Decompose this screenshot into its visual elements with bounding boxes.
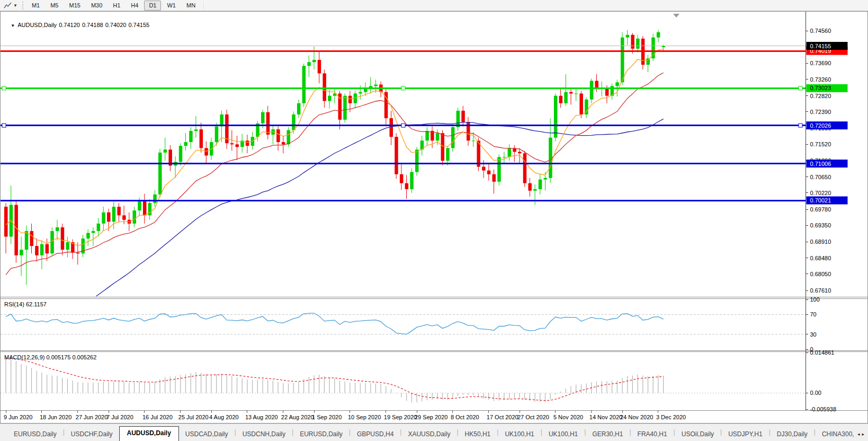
date-tick-label: 4 Aug 2020 [209,414,239,420]
price-tick-label: 0.71520 [810,141,831,147]
candle [348,96,352,103]
candle [359,92,362,94]
date-tick-label: 27 Jun 2020 [76,414,108,420]
candle [415,149,419,172]
open-value: 0.74120 [59,22,80,28]
candle [569,92,573,94]
candle [117,207,121,215]
price-tick-label: 0.73690 [810,60,831,66]
price-tick-label: 0.00 [810,390,821,396]
chart-tab-usdjpy-14[interactable]: USDJPY,H1 [722,428,768,441]
period-button-mn[interactable]: MN [182,1,200,11]
hline-handle[interactable] [2,124,6,127]
period-button-h1[interactable]: H1 [108,1,125,11]
candle [579,93,583,114]
candle [549,138,552,178]
candle [343,96,347,120]
date-tick-label: 19 Sep 2020 [384,414,417,420]
chart-tab-fra40-12[interactable]: FRA40,H1 [631,428,674,441]
chart-type-icon[interactable]: ▼ [2,2,19,10]
chart-tab-bar: EURUSD,Daily|USDCHF,DailyAUDUSD,DailyUSD… [0,424,868,441]
low-value: 0.74020 [105,22,127,28]
chart-tab-usdcnh-4[interactable]: USDCNH,Daily [236,428,292,441]
chart-tab-gbpusd-6[interactable]: GBPUSD,H4 [351,428,400,441]
chart-menu-caret-icon[interactable]: ▼ [11,23,15,28]
candle [621,38,624,83]
candle [523,153,527,183]
hline-handle[interactable] [799,86,802,90]
candle [318,60,321,73]
candle [246,140,249,146]
date-tick-label: 3 Dec 2020 [656,414,686,420]
candle [503,157,506,157]
chart-tab-xauusd-7[interactable]: XAUUSD,Daily [401,428,457,441]
chart-tab-uk100-9[interactable]: UK100,H1 [498,428,540,441]
candle [35,246,39,255]
candle [631,35,634,49]
chart-tab-audusd-2[interactable]: AUDUSD,Daily [119,426,179,441]
period-button-h4[interactable]: H4 [126,1,143,11]
chart-tab-eurusd-5[interactable]: EURUSD,Daily [293,428,349,441]
toolbar-grip[interactable] [22,2,23,10]
chart-tab-uk100-10[interactable]: UK100,H1 [542,428,584,441]
chart-tab-eurusd-0[interactable]: EURUSD,Daily [7,428,63,441]
hline-handle[interactable] [401,86,405,90]
price-tick-label: 0.68910 [810,239,831,245]
candle [446,148,450,161]
period-button-m5[interactable]: M5 [46,1,63,11]
chart-tab-usdcad-3[interactable]: USDCAD,Daily [179,428,235,441]
symbol-period-label: AUDUSD,Daily [17,22,57,28]
toolbar-separator [203,2,204,10]
candle [390,118,393,137]
candle [539,180,542,189]
candle [97,224,101,231]
rsi-indicator-label: RSI(14) 62.1157 [4,301,47,307]
candle [86,233,90,239]
price-tick-label: 0.67610 [810,287,831,294]
hline-handle[interactable] [799,124,802,127]
candle [143,201,147,215]
candle [92,231,95,233]
candle [400,174,404,183]
price-tick-label: 0.70650 [810,174,831,180]
hline-handle[interactable] [2,86,6,90]
date-tick-label: 13 Aug 2020 [245,414,278,420]
chart-tab-ger30-11[interactable]: GER30,H1 [586,428,629,441]
candle [30,231,34,246]
chart-tab-dj30-15[interactable]: DJ30,Daily [771,428,814,441]
period-button-m15[interactable]: M15 [64,1,85,11]
price-tick-label: 0.70220 [810,190,831,196]
candle [200,129,203,148]
date-tick-label: 27 Oct 2020 [517,414,549,420]
candle [56,227,59,231]
candle [204,148,208,155]
candle [441,133,445,161]
candle [312,60,316,62]
chart-canvas[interactable]: 9 Jun 202018 Jun 202027 Jun 20207 Jul 20… [1,12,867,423]
candle [282,142,285,144]
price-tick-label: 0.69350 [810,222,831,228]
period-button-m1[interactable]: M1 [27,1,44,11]
chart-tab-hk50-8[interactable]: HK50,H1 [459,428,497,441]
candle [276,129,280,142]
candle [559,96,563,103]
date-tick-label: 7 Jul 2020 [106,414,133,420]
candle [493,174,496,182]
candle [20,250,23,255]
period-button-d1[interactable]: D1 [144,1,161,11]
period-button-w1[interactable]: W1 [162,1,181,11]
period-button-m30[interactable]: M30 [86,1,107,11]
svg-text:0.71006: 0.71006 [810,161,831,167]
price-tick-label: 0.73260 [810,76,831,83]
candle [133,210,137,224]
price-tick-label: 30 [810,331,817,338]
chart-tab-usoil-13[interactable]: USOil,Daily [675,428,720,441]
candle [302,66,306,103]
chart-tab-usdchf-1[interactable]: USDCHF,Daily [65,428,119,441]
candle [189,131,193,142]
hline-handle[interactable] [401,124,405,127]
tab-scroll-right-icon[interactable]: ▸ [862,431,866,437]
candle [158,153,162,195]
candle [164,149,167,153]
price-tick-label: 0.74560 [810,28,831,34]
